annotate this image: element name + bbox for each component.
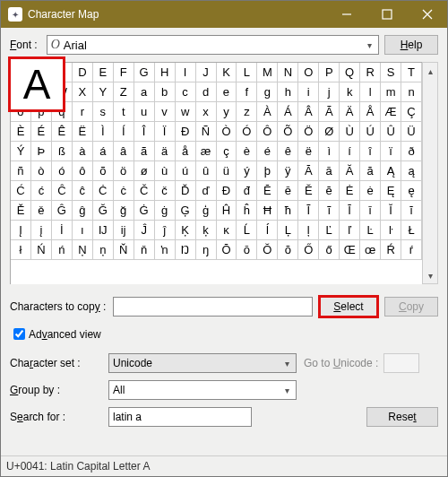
char-cell[interactable]: c	[176, 82, 196, 102]
char-cell[interactable]: Ģ	[176, 201, 196, 221]
char-cell[interactable]: ď	[196, 181, 217, 201]
char-cell[interactable]: ð	[401, 142, 422, 161]
char-cell[interactable]: É	[31, 122, 52, 142]
char-cell[interactable]: ċ	[114, 181, 134, 201]
char-cell[interactable]: Ü	[401, 122, 422, 142]
char-cell[interactable]: Č	[134, 181, 155, 201]
char-cell[interactable]: À	[257, 102, 278, 122]
char-cell[interactable]: b	[155, 82, 176, 102]
char-cell[interactable]: ò	[31, 161, 52, 181]
char-cell[interactable]: ę	[401, 181, 422, 201]
char-cell[interactable]: Ĕ	[298, 181, 319, 201]
char-cell[interactable]: ľ	[340, 221, 360, 240]
char-cell[interactable]: Æ	[381, 102, 401, 122]
char-cell[interactable]: M	[257, 63, 278, 82]
char-cell[interactable]: ą	[401, 161, 422, 181]
char-cell[interactable]: Ī	[340, 201, 360, 221]
char-cell[interactable]: ŕ	[401, 240, 422, 260]
char-cell[interactable]: ĺ	[257, 221, 278, 240]
char-cell[interactable]: ä	[155, 142, 176, 161]
char-cell[interactable]: Ŋ	[176, 240, 196, 260]
char-cell[interactable]: H	[155, 63, 176, 82]
char-cell[interactable]: Ï	[155, 122, 176, 142]
char-cell[interactable]: i	[298, 82, 319, 102]
char-cell[interactable]: Ŀ	[360, 221, 381, 240]
char-cell[interactable]: ú	[176, 161, 196, 181]
char-cell[interactable]: ć	[31, 181, 52, 201]
char-cell[interactable]: ŋ	[196, 240, 217, 260]
char-cell[interactable]: Ħ	[257, 201, 278, 221]
char-cell[interactable]: Ď	[176, 181, 196, 201]
char-cell[interactable]: Į	[11, 221, 31, 240]
char-cell[interactable]: E	[93, 63, 114, 82]
char-cell[interactable]: ĳ	[114, 221, 134, 240]
search-input[interactable]	[108, 407, 252, 427]
char-cell[interactable]: ķ	[196, 221, 217, 240]
scroll-up-icon[interactable]: ▴	[423, 63, 437, 79]
char-cell[interactable]: Œ	[340, 240, 360, 260]
char-cell[interactable]: ń	[52, 240, 73, 260]
char-cell[interactable]: ĩ	[319, 201, 340, 221]
char-cell[interactable]: k	[340, 82, 360, 102]
char-cell[interactable]: j	[319, 82, 340, 102]
char-cell[interactable]: Ĩ	[298, 201, 319, 221]
char-cell[interactable]: S	[381, 63, 401, 82]
char-cell[interactable]: ā	[319, 161, 340, 181]
char-cell[interactable]: Ĝ	[52, 201, 73, 221]
char-cell[interactable]: á	[93, 142, 114, 161]
char-cell[interactable]: d	[196, 82, 217, 102]
char-cell[interactable]: h	[278, 82, 298, 102]
char-cell[interactable]: ă	[360, 161, 381, 181]
char-cell[interactable]: ė	[360, 181, 381, 201]
char-cell[interactable]: ő	[319, 240, 340, 260]
char-cell[interactable]: Ĥ	[217, 201, 237, 221]
char-cell[interactable]: z	[237, 102, 257, 122]
char-cell[interactable]: Ľ	[319, 221, 340, 240]
char-cell[interactable]: è	[237, 142, 257, 161]
char-cell[interactable]: ļ	[298, 221, 319, 240]
grid-scrollbar[interactable]: ▴ ▾	[422, 62, 438, 284]
char-cell[interactable]: þ	[257, 161, 278, 181]
char-cell[interactable]: û	[196, 161, 217, 181]
char-cell[interactable]: r	[73, 102, 93, 122]
char-cell[interactable]: ĭ	[401, 201, 422, 221]
help-button[interactable]: Help	[384, 35, 438, 55]
font-select[interactable]: O Arial ▾	[47, 35, 379, 55]
char-cell[interactable]: Ġ	[134, 201, 155, 221]
char-cell[interactable]: ĉ	[73, 181, 93, 201]
char-cell[interactable]: Z	[114, 82, 134, 102]
reset-button[interactable]: Reset	[366, 407, 438, 427]
char-cell[interactable]: s	[93, 102, 114, 122]
char-cell[interactable]: í	[340, 142, 360, 161]
char-cell[interactable]: P	[319, 63, 340, 82]
char-cell[interactable]: ě	[31, 201, 52, 221]
char-cell[interactable]: ĕ	[319, 181, 340, 201]
maximize-button[interactable]	[366, 1, 407, 28]
char-cell[interactable]: ģ	[196, 201, 217, 221]
char-cell[interactable]: ó	[52, 161, 73, 181]
char-cell[interactable]: X	[73, 82, 93, 102]
char-cell[interactable]: é	[257, 142, 278, 161]
char-cell[interactable]: Ć	[11, 181, 31, 201]
char-cell[interactable]: ç	[217, 142, 237, 161]
char-cell[interactable]: Ë	[73, 122, 93, 142]
char-cell[interactable]: Ĳ	[93, 221, 114, 240]
close-button[interactable]	[407, 1, 447, 28]
char-cell[interactable]: Î	[134, 122, 155, 142]
char-cell[interactable]: f	[237, 82, 257, 102]
char-cell[interactable]: Ĉ	[52, 181, 73, 201]
char-cell[interactable]: Ŕ	[381, 240, 401, 260]
char-cell[interactable]: l	[360, 82, 381, 102]
char-cell[interactable]: õ	[93, 161, 114, 181]
char-cell[interactable]: e	[217, 82, 237, 102]
char-cell[interactable]: ņ	[93, 240, 114, 260]
char-cell[interactable]: Ö	[298, 122, 319, 142]
char-cell[interactable]: Þ	[31, 142, 52, 161]
char-cell[interactable]: ô	[73, 161, 93, 181]
char-cell[interactable]: ï	[381, 142, 401, 161]
char-cell[interactable]: Ł	[401, 221, 422, 240]
char-cell[interactable]: Q	[340, 63, 360, 82]
char-cell[interactable]: ü	[217, 161, 237, 181]
char-cell[interactable]: ý	[237, 161, 257, 181]
char-cell[interactable]: ñ	[11, 161, 31, 181]
